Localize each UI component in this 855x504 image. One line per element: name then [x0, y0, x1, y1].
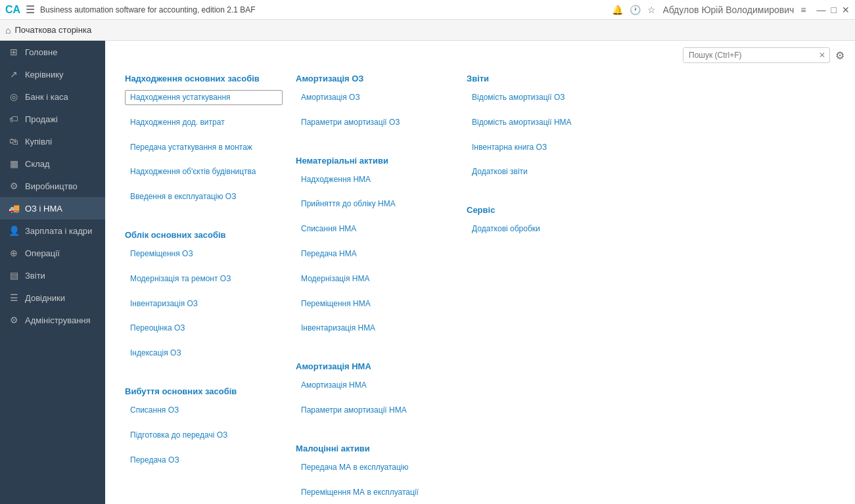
menu-item-0-2-0[interactable]: Списання ОЗ	[125, 403, 283, 418]
menu-item-1-0-1[interactable]: Параметри амортизації ОЗ	[296, 115, 453, 130]
menu-item-0-0-2[interactable]: Передача устаткування в монтаж	[125, 140, 283, 155]
sidebar-item-operatsii[interactable]: ⊕ Операції	[0, 242, 105, 264]
sidebar-item-kerivnyku[interactable]: ↗ Керівнику	[0, 63, 105, 85]
menu-item-1-1-4[interactable]: Модернізація НМА	[296, 271, 453, 286]
menu-icon[interactable]: ☰	[26, 3, 35, 16]
settings-icon[interactable]: ≡	[800, 5, 806, 15]
menu-item-0-0-0[interactable]: Надходження устаткування	[125, 90, 283, 105]
menu-item-0-1-2[interactable]: Інвентаризація ОЗ	[125, 296, 283, 311]
close-button[interactable]: ✕	[842, 5, 850, 15]
sidebar-icon-operatsii: ⊕	[8, 248, 20, 258]
search-bar: ✕ ⚙	[105, 41, 855, 67]
section-title-1-1[interactable]: Нематеріальні активи	[296, 156, 453, 166]
section-title-0-0[interactable]: Надходження основних засобів	[125, 74, 283, 83]
menu-item-0-0-4[interactable]: Введення в експлуатацію ОЗ	[125, 189, 283, 204]
main-layout: ⊞ Головне ↗ Керівнику ◎ Банк і каса 🏷 Пр…	[0, 41, 855, 504]
sidebar-icon-kerivnyku: ↗	[8, 69, 20, 80]
menu-item-2-0-3[interactable]: Додаткові звіти	[467, 164, 624, 179]
menu-item-0-0-3[interactable]: Надходження об'єктів будівництва	[125, 164, 283, 179]
search-settings-icon[interactable]: ⚙	[835, 49, 844, 62]
menu-item-1-1-6[interactable]: Інвентаризація НМА	[296, 321, 453, 336]
menu-item-2-0-2[interactable]: Інвентарна книга ОЗ	[467, 140, 624, 155]
sidebar-item-sklad[interactable]: ▦ Склад	[0, 152, 105, 175]
menu-item-1-0-0[interactable]: Амортизація ОЗ	[296, 90, 453, 105]
section-title-2-0[interactable]: Звіти	[467, 74, 624, 83]
menu-section-0-2: Вибуття основних засобівСписання ОЗПідго…	[125, 386, 283, 477]
sidebar-icon-zarplata: 👤	[8, 225, 20, 236]
menu-item-2-1-0[interactable]: Додаткові обробки	[467, 221, 624, 237]
menu-item-0-2-1[interactable]: Підготовка до передачі ОЗ	[125, 428, 283, 443]
section-title-0-2[interactable]: Вибуття основних засобів	[125, 386, 283, 396]
menu-item-0-2-2[interactable]: Передача ОЗ	[125, 453, 283, 468]
sidebar-icon-bank: ◎	[8, 91, 20, 102]
section-title-2-1[interactable]: Сервіс	[467, 205, 624, 215]
sidebar-item-zvity[interactable]: ▤ Звіти	[0, 264, 105, 286]
sidebar-icon-zvity: ▤	[8, 270, 20, 281]
window-controls: — □ ✕	[817, 5, 850, 15]
sidebar-label-bank: Банк і каса	[25, 92, 68, 102]
menu-column-0: Надходження основних засобівНадходження …	[125, 74, 296, 504]
menu-item-1-3-0[interactable]: Передача МА в експлуатацію	[296, 460, 453, 475]
section-title-1-0[interactable]: Амортизація ОЗ	[296, 74, 453, 83]
menu-item-0-0-1[interactable]: Надходження дод. витрат	[125, 115, 283, 130]
menu-section-1-1: Нематеріальні активиНадходження НМАПрийн…	[296, 156, 453, 346]
star-icon[interactable]: ☆	[647, 5, 656, 15]
title-actions: 🔔 🕐 ☆ Абдулов Юрій Володимирович ≡	[612, 5, 806, 15]
maximize-button[interactable]: □	[831, 5, 837, 15]
sidebar-icon-holovne: ⊞	[8, 47, 20, 57]
home-icon[interactable]: ⌂	[5, 25, 11, 35]
menu-item-2-0-1[interactable]: Відомість амортизації НМА	[467, 115, 624, 130]
menu-section-1-2: Амортизація НМААмортизація НМАПараметри …	[296, 361, 453, 428]
menu-item-1-2-1[interactable]: Параметри амортизації НМА	[296, 403, 453, 418]
minimize-button[interactable]: —	[817, 5, 826, 15]
app-logo: CA	[5, 4, 20, 16]
notification-icon[interactable]: 🔔	[612, 5, 623, 15]
sidebar-item-kupivli[interactable]: 🛍 Купівлі	[0, 130, 105, 152]
sidebar-item-vyrobnytstvo[interactable]: ⚙ Виробництво	[0, 175, 105, 197]
sidebar-icon-vyrobnytstvo: ⚙	[8, 181, 20, 191]
section-title-1-2[interactable]: Амортизація НМА	[296, 361, 453, 371]
menu-item-0-1-3[interactable]: Переоцінка ОЗ	[125, 321, 283, 336]
section-title-0-1[interactable]: Облік основних засобів	[125, 230, 283, 240]
sidebar-item-oz-nma[interactable]: 🚚 ОЗ і НМА	[0, 197, 105, 219]
section-title-1-3[interactable]: Малоцінні активи	[296, 444, 453, 453]
sidebar-label-holovne: Головне	[25, 47, 57, 57]
menu-section-1-3: Малоцінні активиПередача МА в експлуатац…	[296, 444, 453, 504]
menu-section-0-0: Надходження основних засобівНадходження …	[125, 74, 283, 214]
menu-item-1-1-0[interactable]: Надходження НМА	[296, 172, 453, 187]
menu-item-1-2-0[interactable]: Амортизація НМА	[296, 378, 453, 393]
sidebar-item-zarplata[interactable]: 👤 Зарплата і кадри	[0, 219, 105, 242]
sidebar-item-prodazhi[interactable]: 🏷 Продажі	[0, 108, 105, 130]
menu-column-2: ЗвітиВідомість амортизації ОЗВідомість а…	[467, 74, 637, 504]
search-input-wrap: ✕	[683, 47, 830, 63]
sidebar-label-operatsii: Операції	[25, 248, 60, 258]
sidebar-label-oz-nma: ОЗ і НМА	[25, 204, 62, 214]
history-icon[interactable]: 🕐	[630, 5, 641, 15]
sidebar-label-zarplata: Зарплата і кадри	[25, 226, 92, 236]
sidebar-label-administruvannya: Адміністрування	[25, 315, 91, 325]
menu-item-0-1-1[interactable]: Модернізація та ремонт ОЗ	[125, 271, 283, 286]
menu-grid: Надходження основних засобівНадходження …	[105, 67, 855, 504]
sidebar-item-holovne[interactable]: ⊞ Головне	[0, 41, 105, 63]
menu-item-1-3-1[interactable]: Переміщення МА в експлуатації	[296, 485, 453, 500]
menu-item-1-1-1[interactable]: Прийняття до обліку НМА	[296, 196, 453, 212]
menu-item-0-1-0[interactable]: Переміщення ОЗ	[125, 246, 283, 262]
sidebar-label-kerivnyku: Керівнику	[25, 70, 64, 80]
menu-item-2-0-0[interactable]: Відомість амортизації ОЗ	[467, 90, 624, 105]
sidebar: ⊞ Головне ↗ Керівнику ◎ Банк і каса 🏷 Пр…	[0, 41, 105, 504]
search-clear-button[interactable]: ✕	[815, 48, 829, 62]
search-input[interactable]	[683, 48, 815, 62]
sidebar-icon-sklad: ▦	[8, 158, 20, 169]
home-bar: ⌂ Початкова сторінка	[0, 20, 855, 41]
sidebar-item-bank[interactable]: ◎ Банк і каса	[0, 85, 105, 108]
menu-section-2-0: ЗвітиВідомість амортизації ОЗВідомість а…	[467, 74, 624, 189]
menu-item-1-1-2[interactable]: Списання НМА	[296, 221, 453, 237]
sidebar-label-zvity: Звіти	[25, 271, 45, 281]
sidebar-item-dovidnyky[interactable]: ☰ Довідники	[0, 286, 105, 309]
menu-section-1-0: Амортизація ОЗАмортизація ОЗПараметри ам…	[296, 74, 453, 140]
menu-item-1-1-5[interactable]: Переміщення НМА	[296, 296, 453, 311]
menu-column-1: Амортизація ОЗАмортизація ОЗПараметри ам…	[296, 74, 467, 504]
menu-item-1-1-3[interactable]: Передача НМА	[296, 246, 453, 262]
menu-item-0-1-4[interactable]: Індексація ОЗ	[125, 346, 283, 361]
sidebar-item-administruvannya[interactable]: ⚙ Адміністрування	[0, 309, 105, 331]
